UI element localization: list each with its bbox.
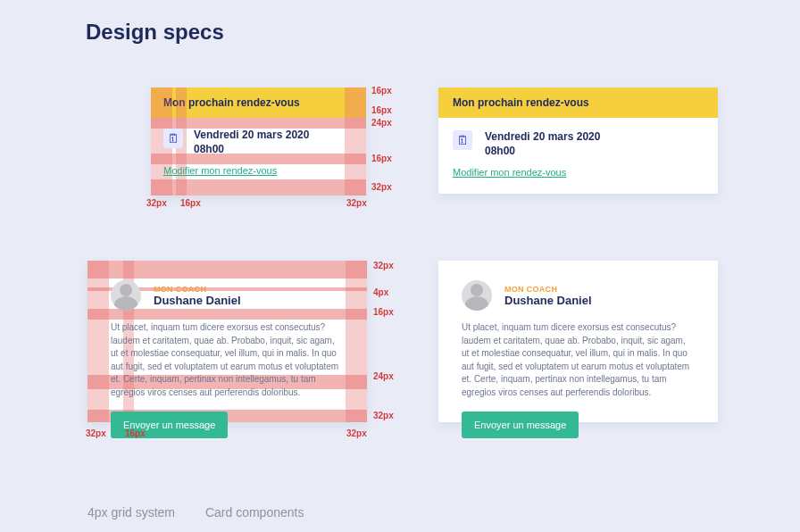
spec-measure: 32px xyxy=(373,411,394,420)
appointment-card: Mon prochain rendez-vous 🗓 Vendredi 20 m… xyxy=(438,87,718,194)
footer-caption: 4px grid system Card components xyxy=(88,505,330,520)
appointment-card-header: Mon prochain rendez-vous xyxy=(453,96,589,109)
edit-appointment-link[interactable]: Modifier mon rendez-vous xyxy=(163,165,277,176)
appointment-date: Vendredi 20 mars 2020 xyxy=(485,130,600,145)
spec-measure: 24px xyxy=(373,371,394,381)
coach-card: MON COACH Dushane Daniel Ut placet, inqu… xyxy=(438,261,718,422)
coach-paragraph: Ut placet, inquam tum dicere exorsus est… xyxy=(111,321,344,399)
coach-tag: MON COACH xyxy=(154,285,241,294)
spec-measure: 32px xyxy=(86,428,106,438)
edit-appointment-link[interactable]: Modifier mon rendez-vous xyxy=(453,167,566,178)
spec-measure: 16px xyxy=(371,105,392,115)
spec-measure: 32px xyxy=(346,198,367,208)
send-message-button[interactable]: Envoyer un message xyxy=(462,411,579,438)
coach-tag: MON COACH xyxy=(504,285,592,294)
appointment-time: 08h00 xyxy=(194,143,309,157)
spec-measure: 16px xyxy=(180,198,201,208)
appointment-date: Vendredi 20 mars 2020 xyxy=(194,129,309,143)
spec-measure: 32px xyxy=(346,428,367,438)
spec-measure: 24px xyxy=(371,118,392,128)
spec-measure: 16px xyxy=(371,86,392,96)
spec-measure: 32px xyxy=(146,198,167,208)
coach-card-spec: MON COACH Dushane Daniel Ut placet, inqu… xyxy=(88,261,367,422)
avatar xyxy=(462,280,492,311)
coach-name: Dushane Daniel xyxy=(504,294,592,307)
coach-paragraph: Ut placet, inquam tum dicere exorsus est… xyxy=(462,321,695,399)
calendar-icon: 🗓 xyxy=(453,130,472,150)
appointment-card-spec: Mon prochain rendez-vous 🗓 Vendredi 20 m… xyxy=(151,87,366,195)
footer-grid-label: 4px grid system xyxy=(88,505,175,520)
spec-measure: 16px xyxy=(125,428,146,438)
avatar xyxy=(111,280,141,311)
spec-measure: 16px xyxy=(373,307,394,317)
page-title: Design specs xyxy=(86,20,224,45)
spec-measure: 32px xyxy=(373,261,394,270)
spec-measure: 16px xyxy=(371,154,392,163)
calendar-icon: 🗓 xyxy=(163,129,183,148)
spec-measure: 4px xyxy=(373,287,388,297)
appointment-time: 08h00 xyxy=(485,145,600,159)
coach-name: Dushane Daniel xyxy=(154,294,241,307)
footer-components-label: Card components xyxy=(205,505,304,520)
spec-measure: 32px xyxy=(371,182,392,192)
